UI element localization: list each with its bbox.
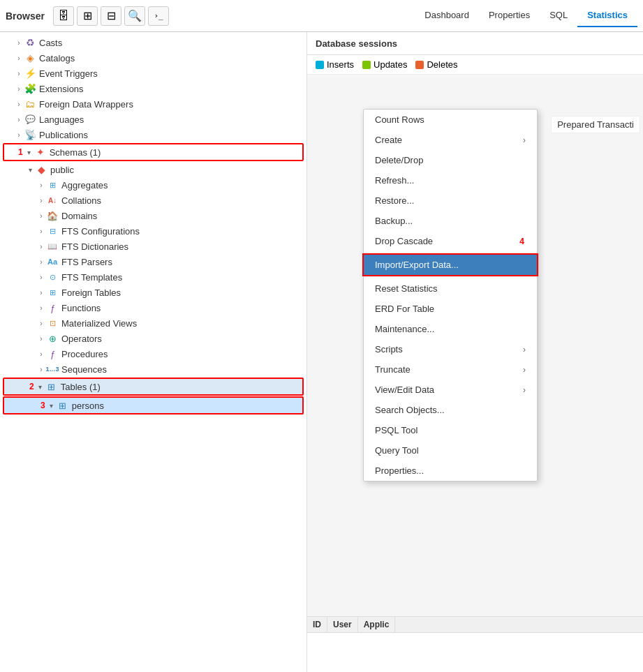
tree-item-event-triggers[interactable]: › ⚡ Event Triggers (0, 66, 306, 81)
menu-item-scripts[interactable]: Scripts › (364, 339, 537, 359)
menu-item-backup[interactable]: Backup... (364, 211, 537, 231)
tree-item-materialized-views[interactable]: › ⊡ Materialized Views (0, 315, 306, 331)
menu-separator-2 (364, 276, 537, 277)
materialized-views-icon: ⊡ (46, 317, 59, 329)
tree-item-extensions[interactable]: › 🧩 Extensions (0, 81, 306, 96)
tree-item-casts[interactable]: › ♻ Casts (0, 35, 306, 50)
inserts-dot (316, 61, 324, 69)
chevron-fts-configurations: › (36, 227, 46, 235)
tree-item-public[interactable]: ▾ ◆ public (0, 162, 306, 177)
menu-item-truncate[interactable]: Truncate › (364, 359, 537, 380)
tree-item-catalogs[interactable]: › ◈ Catalogs (0, 50, 306, 66)
chevron-domains: › (36, 212, 46, 220)
tree-item-tables[interactable]: 2 ▾ ⊞ Tables (1) (3, 378, 304, 396)
top-bar: Browser 🗄 ⊞ ⊟ 🔍 ›_ Dashboard Properties … (0, 0, 643, 32)
menu-item-create[interactable]: Create › (364, 130, 537, 150)
grid-col-id: ID (307, 617, 327, 632)
legend-bar: Inserts Updates Deletes (307, 55, 643, 75)
legend-updates: Updates (362, 59, 407, 70)
dashboard-header: Database sessions (307, 32, 643, 55)
tree-item-fts-parsers[interactable]: › Aa FTS Parsers (0, 254, 306, 269)
scripts-arrow: › (523, 345, 526, 354)
grid-header: ID User Applic (307, 617, 643, 633)
legend-inserts: Inserts (316, 59, 354, 70)
app-container: Browser 🗄 ⊞ ⊟ 🔍 ›_ Dashboard Properties … (0, 0, 643, 672)
database-icon-btn[interactable]: 🗄 (53, 6, 74, 26)
dashboard-title: Database sessions (316, 38, 397, 49)
deletes-label: Deletes (427, 59, 457, 70)
casts-label: Casts (39, 38, 62, 48)
refresh-label: Refresh... (375, 175, 414, 186)
chevron-languages: › (14, 116, 24, 124)
tree-item-fts-configurations[interactable]: › ⊟ FTS Configurations (0, 223, 306, 239)
tables-num-badge: 2 (29, 382, 34, 391)
menu-item-properties[interactable]: Properties... (364, 461, 537, 481)
menu-item-restore[interactable]: Restore... (364, 191, 537, 211)
truncate-label: Truncate (375, 364, 411, 375)
foreign-data-wrappers-icon: 🗂 (24, 98, 36, 110)
tab-sql[interactable]: SQL (540, 4, 577, 27)
tree-item-persons[interactable]: 3 ▾ ⊞ persons (3, 396, 304, 415)
tree-item-schemas[interactable]: 1 ▾ ✦ Schemas (1) (3, 143, 304, 161)
persons-label: persons (72, 401, 104, 411)
menu-item-erd-for-table[interactable]: ERD For Table (364, 299, 537, 319)
inserts-label: Inserts (327, 59, 354, 70)
table-icon-btn[interactable]: ⊞ (77, 6, 98, 26)
tree-item-operators[interactable]: › ⊕ Operators (0, 331, 306, 346)
aggregates-icon: ⊞ (46, 179, 59, 191)
grid-col-applic: Applic (358, 617, 396, 632)
languages-label: Languages (39, 114, 84, 125)
functions-label: Functions (61, 303, 101, 313)
tree-item-sequences[interactable]: › 1…3 Sequences (0, 361, 306, 377)
deletes-dot (415, 61, 424, 69)
menu-item-maintenance[interactable]: Maintenance... (364, 319, 537, 339)
tree-item-publications[interactable]: › 📡 Publications (0, 127, 306, 142)
menu-item-search-objects[interactable]: Search Objects... (364, 400, 537, 420)
tab-statistics[interactable]: Statistics (577, 4, 637, 27)
menu-item-delete-drop[interactable]: Delete/Drop (364, 150, 537, 170)
grid-col-user: User (327, 617, 358, 632)
tree-item-foreign-tables[interactable]: › ⊞ Foreign Tables (0, 285, 306, 300)
grid-icon-btn[interactable]: ⊟ (101, 6, 121, 26)
terminal-icon-btn[interactable]: ›_ (148, 6, 169, 26)
menu-item-query-tool[interactable]: Query Tool (364, 440, 537, 461)
tree-item-collations[interactable]: › A↓ Collations (0, 193, 306, 208)
menu-item-reset-statistics[interactable]: Reset Statistics (364, 278, 537, 299)
tree-item-functions[interactable]: › ƒ Functions (0, 300, 306, 315)
operators-label: Operators (61, 334, 102, 344)
menu-item-count-rows[interactable]: Count Rows (364, 110, 537, 130)
menu-item-drop-cascade[interactable]: Drop Cascade 4 (364, 231, 537, 251)
foreign-tables-label: Foreign Tables (61, 288, 121, 298)
search-icon-btn[interactable]: 🔍 (124, 6, 145, 26)
tab-properties[interactable]: Properties (479, 4, 540, 27)
create-label: Create (375, 135, 402, 145)
tree-item-fts-dictionaries[interactable]: › 📖 FTS Dictionaries (0, 239, 306, 254)
domains-label: Domains (61, 211, 97, 221)
browser-title: Browser (6, 10, 45, 22)
tree-item-fts-templates[interactable]: › ⊙ FTS Templates (0, 269, 306, 285)
chevron-aggregates: › (36, 181, 46, 189)
tree-item-foreign-data-wrappers[interactable]: › 🗂 Foreign Data Wrappers (0, 96, 306, 112)
chevron-foreign-data-wrappers: › (14, 100, 24, 108)
chevron-procedures: › (36, 350, 46, 358)
drop-cascade-num: 4 (519, 237, 524, 246)
tree-item-domains[interactable]: › 🏠 Domains (0, 208, 306, 223)
session-grid: ID User Applic (307, 616, 643, 672)
menu-item-psql-tool[interactable]: PSQL Tool (364, 420, 537, 440)
schemas-num-badge: 1 (18, 147, 23, 157)
tree-item-procedures[interactable]: › ƒ Procedures (0, 346, 306, 361)
menu-item-view-edit-data[interactable]: View/Edit Data › (364, 380, 537, 400)
context-menu: Count Rows Create › Delete/Drop Refresh.… (363, 109, 538, 481)
tree-item-languages[interactable]: › 💬 Languages (0, 112, 306, 127)
tab-dashboard[interactable]: Dashboard (415, 4, 479, 27)
menu-item-refresh[interactable]: Refresh... (364, 170, 537, 191)
truncate-arrow: › (523, 365, 526, 375)
main-content: › ♻ Casts › ◈ Catalogs › ⚡ Event Trigger… (0, 32, 643, 672)
chevron-fts-dictionaries: › (36, 243, 46, 251)
menu-item-import-export[interactable]: Import/Export Data... (364, 255, 537, 275)
view-edit-data-arrow: › (523, 385, 526, 395)
fts-templates-label: FTS Templates (61, 272, 122, 283)
erd-for-table-label: ERD For Table (375, 304, 434, 314)
tree-item-aggregates[interactable]: › ⊞ Aggregates (0, 177, 306, 193)
public-label: public (50, 165, 74, 175)
